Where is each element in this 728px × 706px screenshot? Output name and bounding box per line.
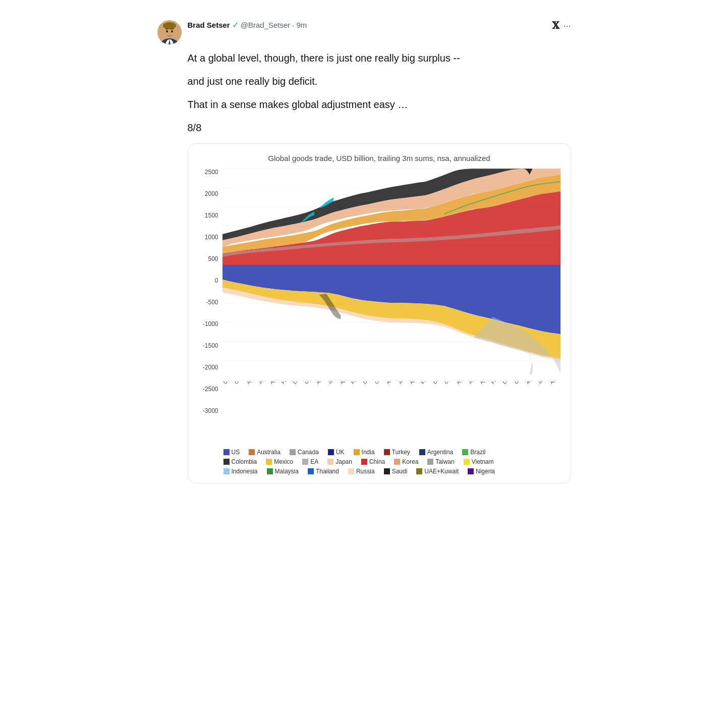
legend-label-saudi: Saudi: [392, 468, 408, 475]
tweet-time: 9m: [297, 21, 307, 29]
legend-swatch-taiwan: [427, 459, 433, 465]
legend-label-vietnam: Vietnam: [472, 458, 494, 465]
legend-taiwan: Taiwan: [427, 458, 454, 465]
legend-swatch-malaysia: [267, 468, 273, 474]
avatar: [157, 20, 182, 44]
legend-swatch-us: [223, 449, 230, 455]
legend-saudi: Saudi: [384, 468, 408, 475]
legend-ea: EA: [302, 458, 318, 465]
y-label-neg2500: -2500: [203, 386, 218, 393]
svg-point-7: [171, 30, 173, 33]
svg-point-5: [163, 22, 176, 29]
tweet-actions: 𝕏 ···: [552, 20, 571, 31]
legend-swatch-vietnam: [464, 459, 470, 465]
legend-label-nigeria: Nigeria: [476, 468, 495, 475]
tweet-line-4: 8/8: [188, 120, 571, 135]
legend-vietnam: Vietnam: [464, 458, 494, 465]
tweet-line-2: and just one really big deficit.: [188, 74, 571, 89]
legend-label-turkey: Turkey: [392, 449, 410, 456]
legend-label-canada: Canada: [298, 449, 319, 456]
legend-swatch-thailand: [308, 468, 314, 474]
legend-label-indonesia: Indonesia: [232, 468, 258, 475]
y-label-neg1500: -1500: [203, 342, 218, 349]
legend-swatch-india: [354, 449, 360, 455]
legend-swatch-australia: [249, 449, 255, 455]
legend-label-australia: Australia: [257, 449, 281, 456]
legend-label-mexico: Mexico: [274, 458, 293, 465]
legend-brazil: Brazil: [462, 449, 485, 456]
legend-swatch-mexico: [266, 459, 272, 465]
legend-label-russia: Russia: [356, 468, 375, 475]
tweet-header: Brad Setser ✓ @Brad_Setser · 9m 𝕏 ···: [157, 20, 571, 44]
legend-canada: Canada: [290, 449, 319, 456]
y-axis: 2500 2000 1500 1000 500 0 -500 -1000 -15…: [198, 169, 222, 414]
legend-swatch-saudi: [384, 468, 390, 474]
legend-label-malaysia: Malaysia: [275, 468, 299, 475]
legend-swatch-nigeria: [468, 468, 474, 474]
legend-malaysia: Malaysia: [267, 468, 299, 475]
tweet-line-3: That in a sense makes global adjustment …: [188, 97, 571, 112]
verified-badge: ✓: [232, 20, 239, 30]
svg-point-6: [166, 30, 168, 33]
legend-swatch-china: [361, 459, 367, 465]
legend-label-brazil: Brazil: [470, 449, 485, 456]
chart-container: Global goods trade, USD billion, trailin…: [188, 143, 571, 483]
x-logo-icon: 𝕏: [552, 20, 559, 31]
legend-swatch-argentina: [419, 449, 425, 455]
legend-swatch-indonesia: [223, 468, 230, 474]
legend-label-thailand: Thailand: [316, 468, 339, 475]
legend-label-colombia: Colombia: [232, 458, 257, 465]
dot-separator: ·: [292, 21, 294, 29]
tweet-container: Brad Setser ✓ @Brad_Setser · 9m 𝕏 ··· At…: [157, 12, 571, 492]
y-label-2000: 2000: [205, 190, 218, 197]
chart-title: Global goods trade, USD billion, trailin…: [198, 154, 561, 162]
legend-label-uk: UK: [336, 449, 345, 456]
legend-swatch-canada: [290, 449, 296, 455]
legend-uk: UK: [328, 449, 345, 456]
legend-label-china: China: [369, 458, 385, 465]
y-label-500: 500: [208, 255, 218, 262]
tweet-text: At a global level, though, there is just…: [157, 50, 571, 135]
legend-russia: Russia: [348, 468, 375, 475]
legend-label-taiwan: Taiwan: [435, 458, 454, 465]
legend-japan: Japan: [327, 458, 352, 465]
tweet-line-1: At a global level, though, there is just…: [188, 50, 571, 66]
y-label-neg3000: -3000: [203, 407, 218, 414]
legend-label-uae: UAE+Kuwait: [424, 468, 459, 475]
legend-swatch-japan: [327, 459, 333, 465]
y-label-neg2000: -2000: [203, 364, 218, 371]
x-label-28: Apr-2024: [549, 382, 561, 385]
legend-australia: Australia: [249, 449, 281, 456]
y-label-1000: 1000: [205, 234, 218, 241]
y-label-1500: 1500: [205, 212, 218, 219]
author-name: Brad Setser: [188, 21, 230, 29]
legend-label-india: India: [362, 449, 375, 456]
legend-swatch-uk: [328, 449, 334, 455]
legend-mexico: Mexico: [266, 458, 293, 465]
legend-turkey: Turkey: [384, 449, 410, 456]
legend-nigeria: Nigeria: [468, 468, 495, 475]
author-handle: @Brad_Setser: [241, 21, 291, 29]
legend-india: India: [354, 449, 375, 456]
legend-label-us: US: [232, 449, 240, 456]
legend-swatch-russia: [348, 468, 354, 474]
y-label-2500: 2500: [205, 169, 218, 176]
y-label-neg1000: -1000: [203, 320, 218, 328]
legend-swatch-korea: [394, 459, 400, 465]
author-info: Brad Setser ✓ @Brad_Setser · 9m: [188, 20, 546, 30]
legend-korea: Korea: [394, 458, 418, 465]
legend-swatch-turkey: [384, 449, 390, 455]
chart-area: Dec-2000 Oct-2001 Aug-2002 Jun-2003 Apr-…: [222, 169, 561, 414]
legend-indonesia: Indonesia: [223, 468, 258, 475]
y-label-neg500: -500: [206, 299, 218, 306]
legend-label-ea: EA: [310, 458, 318, 465]
more-options-icon[interactable]: ···: [563, 21, 571, 31]
legend-label-japan: Japan: [335, 458, 352, 465]
legend-swatch-colombia: [223, 459, 230, 465]
legend-label-argentina: Argentina: [427, 449, 453, 456]
legend-argentina: Argentina: [419, 449, 453, 456]
y-label-0: 0: [215, 277, 218, 284]
chart-svg: [222, 169, 561, 381]
legend-swatch-uae: [416, 468, 422, 474]
legend-label-korea: Korea: [402, 458, 418, 465]
